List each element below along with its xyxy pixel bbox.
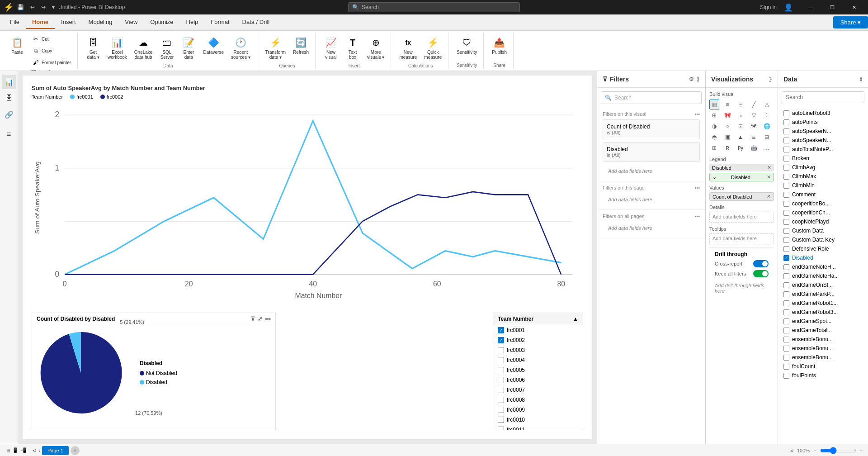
viz-slicer-icon[interactable]: ≣: [749, 132, 759, 142]
dataverse-button[interactable]: 🔷 Dataverse: [200, 33, 226, 57]
details-field-box[interactable]: Add data fields here: [709, 212, 774, 223]
undo-icon[interactable]: ↩: [30, 4, 35, 10]
team-item[interactable]: frc0003: [493, 345, 583, 355]
viz-gauge-icon[interactable]: ◓: [709, 132, 719, 142]
data-list-item[interactable]: autoTotalNoteP...: [778, 145, 868, 154]
data-list-item[interactable]: ClimbMin: [778, 181, 868, 190]
legend-field-select-remove[interactable]: ✕: [767, 174, 771, 180]
data-list-item[interactable]: endGameParkP...: [778, 290, 868, 299]
data-list-item[interactable]: Broken: [778, 154, 868, 163]
team-item[interactable]: frc0006: [493, 375, 583, 385]
page-prev-btn[interactable]: ‹: [38, 446, 40, 455]
viz-stacked-bar-icon[interactable]: ▦: [709, 100, 719, 109]
team-item[interactable]: ✓ frc0002: [493, 335, 583, 345]
drill-add-fields[interactable]: Add drill-through fields here: [715, 281, 769, 295]
data-list-item[interactable]: autoPoints: [778, 118, 868, 127]
onelake-button[interactable]: ☁ OneLakedata hub: [132, 33, 156, 62]
format-painter-button[interactable]: 🖌 Format painter: [29, 57, 74, 68]
restore-button[interactable]: ❐: [822, 0, 843, 14]
filters-search-input[interactable]: 🔍 Search: [601, 91, 702, 104]
team-item[interactable]: frc0010: [493, 415, 583, 425]
filters-page-more-icon[interactable]: •••: [694, 185, 700, 190]
data-list-item[interactable]: endGameRobot1...: [778, 299, 868, 308]
viz-filled-map-icon[interactable]: 🌐: [762, 121, 772, 131]
add-data-fields-page[interactable]: Add data fields here: [603, 193, 700, 206]
team-item[interactable]: frc0009: [493, 405, 583, 415]
viz-clustered-bar-icon[interactable]: ≡: [722, 100, 732, 109]
paste-button[interactable]: 📋 Paste: [7, 33, 27, 57]
tab-data-drill[interactable]: Data / Drill: [236, 16, 276, 29]
data-view-icon[interactable]: 🗄: [2, 91, 16, 105]
filters-all-more-icon[interactable]: •••: [694, 214, 700, 219]
viz-donut-icon[interactable]: ○: [722, 121, 732, 131]
viz-expand-icon[interactable]: ⟫: [769, 76, 772, 82]
viz-map-icon[interactable]: 🗺: [749, 121, 759, 131]
data-expand-icon[interactable]: ⟫: [859, 76, 863, 82]
viz-py-icon[interactable]: Py: [736, 143, 745, 153]
pie-chart-container[interactable]: Count of Disabled by Disabled ⊽ ⤢ •••: [32, 313, 276, 430]
viz-matrix-icon[interactable]: ⊞: [709, 143, 719, 153]
mobile-view-icon[interactable]: 📲: [20, 447, 27, 453]
viz-ribbon-icon[interactable]: 🎀: [722, 110, 732, 120]
more-visuals-button[interactable]: ⊕ Morevisuals ▾: [364, 33, 387, 62]
model-view-icon[interactable]: 🔗: [2, 107, 16, 122]
enter-data-button[interactable]: 📝 Enterdata: [179, 33, 198, 62]
viz-funnel-icon[interactable]: ▽: [749, 110, 759, 120]
viz-table-icon[interactable]: ⊟: [762, 132, 772, 142]
data-list-item[interactable]: endGameOnSt...: [778, 280, 868, 290]
sql-server-button[interactable]: 🗃 SQLServer: [157, 33, 177, 62]
legend-field-remove[interactable]: ✕: [767, 165, 771, 171]
viz-kpi-icon[interactable]: ▲: [736, 132, 745, 142]
new-visual-button[interactable]: 📈 Newvisual: [321, 33, 341, 62]
data-list-item[interactable]: cooperitionCn...: [778, 208, 868, 217]
data-list-item[interactable]: Custom Data Key: [778, 235, 868, 244]
publish-button[interactable]: 📤 Publish: [489, 33, 509, 57]
team-number-collapse-icon[interactable]: ▲: [573, 316, 578, 322]
viz-area-icon[interactable]: △: [762, 100, 772, 109]
data-list-item[interactable]: endGameTotal...: [778, 326, 868, 335]
minimize-button[interactable]: —: [800, 0, 821, 14]
viz-pie-icon[interactable]: ◑: [709, 121, 719, 131]
viz-100pct-bar-icon[interactable]: ⊟: [736, 100, 745, 109]
data-search-input[interactable]: [782, 91, 864, 103]
team-item[interactable]: frc0008: [493, 395, 583, 405]
menu-dropdown-icon[interactable]: ▾: [52, 4, 55, 10]
filters-settings-icon[interactable]: ⚙: [689, 76, 694, 82]
viz-line-icon[interactable]: ╱: [749, 100, 759, 109]
data-list-item[interactable]: ClimbAvg: [778, 163, 868, 172]
filter-card-disabled-count[interactable]: Count of Disabled is (All): [603, 119, 700, 139]
share-button[interactable]: Share ▾: [833, 16, 868, 28]
tooltips-field-box[interactable]: Add data fields here: [709, 233, 774, 244]
viz-card-icon[interactable]: ▣: [722, 132, 732, 142]
new-measure-button[interactable]: fx Newmeasure: [396, 33, 420, 62]
viz-scatter-icon[interactable]: ⁚: [762, 110, 772, 120]
add-data-fields-visual[interactable]: Add data fields here: [603, 165, 700, 177]
tab-optimize[interactable]: Optimize: [144, 16, 179, 29]
pie-more-icon[interactable]: •••: [265, 316, 271, 322]
tab-modeling[interactable]: Modeling: [82, 16, 119, 29]
data-list-item[interactable]: Defensive Role: [778, 244, 868, 253]
tab-insert[interactable]: Insert: [55, 16, 82, 29]
viz-more-icon[interactable]: …: [762, 143, 772, 153]
viz-waterfall-icon[interactable]: ⬦: [736, 110, 745, 120]
sensitivity-button[interactable]: 🛡 Sensitivity: [454, 33, 480, 57]
dax-query-icon[interactable]: ≡: [2, 127, 16, 142]
sign-in-link[interactable]: Sign in: [760, 4, 777, 10]
data-list-item[interactable]: autoSpeakerN...: [778, 136, 868, 145]
data-list-item[interactable]: Custom Data: [778, 226, 868, 235]
desktop-view-icon[interactable]: 🖥: [5, 448, 10, 453]
viz-ai-icon[interactable]: 🤖: [749, 143, 759, 153]
tab-format[interactable]: Format: [204, 16, 236, 29]
save-icon[interactable]: 💾: [17, 4, 24, 10]
data-list-item[interactable]: ensembleBonu...: [778, 344, 868, 353]
data-list-item[interactable]: ensembleBonu...: [778, 335, 868, 344]
add-page-button[interactable]: +: [71, 446, 80, 455]
global-search-box[interactable]: 🔍 Search: [348, 2, 520, 12]
page-1-tab[interactable]: Page 1: [42, 446, 69, 455]
page-first-btn[interactable]: ⊲: [32, 446, 37, 455]
filters-visual-more-icon[interactable]: •••: [694, 111, 700, 117]
data-list-item[interactable]: autoLineRobot3: [778, 109, 868, 118]
filters-expand-icon[interactable]: ⟫: [697, 76, 700, 82]
quick-measure-button[interactable]: ⚡ Quickmeasure: [421, 33, 444, 62]
text-box-button[interactable]: T Textbox: [343, 33, 363, 62]
